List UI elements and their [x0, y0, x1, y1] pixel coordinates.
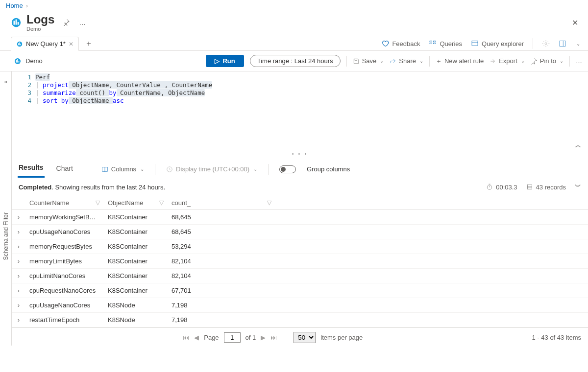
more-icon[interactable]: … — [79, 19, 86, 26]
cell-count: 67,701 — [168, 283, 275, 298]
add-tab-button[interactable]: ＋ — [79, 39, 98, 49]
collapse-editor-button[interactable]: ︽ — [575, 141, 581, 149]
expand-row-button[interactable]: › — [12, 225, 25, 239]
table-row[interactable]: ›restartTimeEpochK8SNode7,198 — [12, 313, 588, 327]
query-tab-1[interactable]: New Query 1* ✕ — [11, 37, 79, 51]
breadcrumb: Home › — [0, 0, 588, 10]
columns-button[interactable]: Columns⌄ — [101, 165, 144, 173]
table-row[interactable]: ›memoryWorkingSetB…K8SContainer68,645 — [12, 210, 588, 225]
editor-gutter: 1 2 3 4 — [12, 71, 35, 150]
close-tab-icon[interactable]: ✕ — [69, 41, 74, 47]
cell-counter: memoryLimitBytes — [25, 254, 104, 269]
filter-icon[interactable]: ▽ — [159, 199, 164, 206]
heart-icon — [381, 40, 389, 47]
expand-row-button[interactable]: › — [12, 239, 25, 254]
svg-rect-18 — [16, 60, 17, 63]
explorer-icon — [471, 40, 479, 47]
page-subtitle: Demo — [26, 26, 54, 32]
svg-rect-10 — [434, 41, 436, 42]
cell-count: 7,198 — [168, 298, 275, 313]
cell-object: K8SContainer — [104, 225, 168, 239]
first-page-button[interactable]: ⏮ — [183, 334, 189, 341]
cell-object: K8SContainer — [104, 210, 168, 225]
results-table: CounterName▽ ObjectName▽ count_▽ ›memory… — [12, 196, 588, 327]
column-header-object[interactable]: ObjectName▽ — [104, 196, 168, 210]
editor-code[interactable]: Perf | project ObjectName, CounterValue … — [35, 71, 588, 150]
cell-counter: cpuUsageNanoCores — [25, 225, 104, 239]
settings-icon[interactable] — [542, 40, 550, 47]
items-per-page-select[interactable]: 50 — [294, 332, 316, 343]
export-button[interactable]: Export⌄ — [490, 57, 525, 65]
page-input[interactable] — [224, 332, 241, 343]
svg-rect-12 — [472, 41, 478, 46]
more-icon[interactable]: … — [576, 57, 582, 65]
table-row[interactable]: ›memoryRequestBytesK8SContainer53,294 — [12, 239, 588, 254]
table-row[interactable]: ›cpuUsageNanoCoresK8SContainer68,645 — [12, 225, 588, 239]
filter-icon[interactable]: ▽ — [96, 199, 100, 206]
logs-icon — [11, 17, 22, 28]
expand-row-button[interactable]: › — [12, 210, 25, 225]
cell-count: 82,104 — [168, 269, 275, 283]
expand-results-button[interactable]: ︾ — [575, 183, 581, 191]
cell-object: K8SNode — [104, 313, 168, 327]
pin-to-button[interactable]: Pin to⌄ — [531, 57, 564, 65]
tab-chart[interactable]: Chart — [55, 162, 74, 177]
expand-row-button[interactable]: › — [12, 254, 25, 269]
table-row[interactable]: ›cpuLimitNanoCoresK8SContainer82,104 — [12, 269, 588, 283]
items-per-page-label: items per page — [320, 334, 363, 341]
cell-count: 53,294 — [168, 239, 275, 254]
group-columns-toggle[interactable] — [279, 165, 296, 173]
cell-counter: cpuRequestNanoCores — [25, 283, 104, 298]
query-explorer-button[interactable]: Query explorer — [471, 40, 524, 47]
expand-row-button[interactable]: › — [12, 313, 25, 327]
panel-right-icon[interactable] — [559, 40, 566, 47]
share-button[interactable]: Share⌄ — [390, 57, 423, 65]
svg-rect-3 — [18, 22, 19, 25]
tab-results[interactable]: Results — [18, 161, 45, 178]
expand-row-button[interactable]: › — [12, 283, 25, 298]
side-rail: » Schema and Filter — [0, 71, 12, 346]
svg-rect-26 — [527, 185, 532, 189]
close-icon[interactable]: ✕ — [568, 18, 582, 27]
feedback-button[interactable]: Feedback — [381, 40, 420, 47]
display-time-button[interactable]: Display time (UTC+00:00)⌄ — [166, 165, 257, 173]
chevron-down-icon[interactable]: ⌄ — [576, 41, 580, 46]
page-title: Logs — [26, 13, 54, 26]
plus-icon: ＋ — [436, 57, 442, 66]
expand-row-button[interactable]: › — [12, 298, 25, 313]
run-button[interactable]: ▷ Run — [206, 55, 244, 67]
side-rail-label[interactable]: Schema and Filter — [2, 212, 9, 260]
scope-name[interactable]: Demo — [25, 57, 43, 65]
cell-count: 7,198 — [168, 313, 275, 327]
prev-page-button[interactable]: ◀ — [194, 334, 199, 341]
cell-object: K8SContainer — [104, 239, 168, 254]
time-range-selector[interactable]: Time range : Last 24 hours — [250, 55, 341, 67]
expand-row-button[interactable]: › — [12, 269, 25, 283]
next-page-button[interactable]: ▶ — [261, 334, 266, 341]
query-editor[interactable]: 1 2 3 4 Perf | project ObjectName, Count… — [12, 71, 588, 150]
cell-object: K8SNode — [104, 298, 168, 313]
results-status-bar: Completed. Showing results from the last… — [12, 178, 588, 196]
table-row[interactable]: ›memoryLimitBytesK8SContainer82,104 — [12, 254, 588, 269]
breadcrumb-home[interactable]: Home — [6, 2, 23, 9]
cell-object: K8SContainer — [104, 283, 168, 298]
results-toolbar: Results Chart Columns⌄ Display time (UTC… — [12, 157, 588, 178]
query-tab-label: New Query 1* — [26, 40, 66, 47]
new-alert-rule-button[interactable]: ＋ New alert rule — [436, 57, 484, 66]
filter-icon[interactable]: ▽ — [267, 199, 271, 206]
pin-icon[interactable] — [63, 19, 70, 26]
page-header: Logs Demo … ✕ — [0, 10, 588, 37]
last-page-button[interactable]: ⏭ — [270, 334, 277, 341]
table-icon — [526, 184, 533, 190]
table-row[interactable]: ›cpuUsageNanoCoresK8SNode7,198 — [12, 298, 588, 313]
queries-button[interactable]: Queries — [429, 40, 462, 47]
svg-rect-19 — [17, 59, 18, 63]
column-header-count[interactable]: count_▽ — [168, 196, 275, 210]
column-header-counter[interactable]: CounterName▽ — [25, 196, 104, 210]
splitter-handle[interactable]: • • • — [12, 150, 588, 157]
table-row[interactable]: ›cpuRequestNanoCoresK8SContainer67,701 — [12, 283, 588, 298]
svg-rect-2 — [16, 20, 17, 25]
save-button[interactable]: Save⌄ — [353, 57, 384, 65]
cell-object: K8SContainer — [104, 254, 168, 269]
expand-sidebar-button[interactable]: » — [4, 78, 7, 85]
